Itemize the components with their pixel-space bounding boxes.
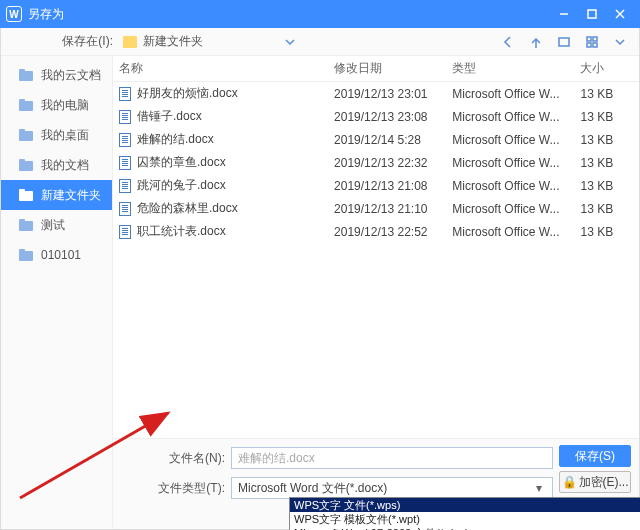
filename-input[interactable] [231,447,553,469]
doc-icon [119,87,131,101]
minimize-button[interactable] [550,0,578,28]
table-row[interactable]: 囚禁的章鱼.docx2019/12/13 22:32Microsoft Offi… [113,151,639,174]
sidebar-item-4[interactable]: 新建文件夹 [1,180,112,210]
titlebar[interactable]: W 另存为 [0,0,640,28]
save-as-dialog: W 另存为 保存在(I): 新建文件夹 我的云文档我的电脑我的桌面我的文档新建文… [0,0,640,530]
sidebar-item-3[interactable]: 我的文档 [1,150,112,180]
doc-icon [119,202,131,216]
table-row[interactable]: 好朋友的烦恼.docx2019/12/13 23:01Microsoft Off… [113,82,639,106]
svg-rect-15 [19,129,25,132]
table-row[interactable]: 职工统计表.docx2019/12/13 22:52Microsoft Offi… [113,220,639,243]
up-button[interactable] [525,32,547,52]
doc-icon [119,179,131,193]
svg-rect-23 [19,249,25,252]
maximize-button[interactable] [578,0,606,28]
svg-rect-19 [19,189,25,192]
chevron-down-icon: ▾ [532,481,546,495]
svg-rect-12 [19,101,33,111]
new-window-icon[interactable] [553,32,575,52]
back-button[interactable] [497,32,519,52]
sidebar-item-label: 010101 [41,248,81,262]
sidebar-item-5[interactable]: 测试 [1,210,112,240]
filename-label: 文件名(N): [121,450,225,467]
app-logo-icon: W [6,6,22,22]
svg-rect-9 [593,43,597,47]
svg-rect-20 [19,221,33,231]
docs-icon [19,159,33,171]
svg-rect-17 [19,159,25,162]
filetype-option[interactable]: Microsoft Word 97-2003 文件(*.doc) [290,526,640,530]
col-date[interactable]: 修改日期 [328,56,446,82]
folder-icon [19,189,33,201]
places-sidebar: 我的云文档我的电脑我的桌面我的文档新建文件夹测试010101 [1,56,113,529]
sidebar-item-label: 我的文档 [41,157,89,174]
svg-rect-22 [19,251,33,261]
col-type[interactable]: 类型 [446,56,574,82]
table-row[interactable]: 借锤子.docx2019/12/13 23:08Microsoft Office… [113,105,639,128]
sidebar-item-label: 新建文件夹 [41,187,101,204]
sidebar-item-0[interactable]: 我的云文档 [1,60,112,90]
file-list[interactable]: 名称 修改日期 类型 大小 好朋友的烦恼.docx2019/12/13 23:0… [113,56,639,438]
col-size[interactable]: 大小 [574,56,639,82]
current-folder-name: 新建文件夹 [143,33,273,50]
table-row[interactable]: 跳河的兔子.docx2019/12/13 21:08Microsoft Offi… [113,174,639,197]
filetype-option[interactable]: WPS文字 文件(*.wps) [290,498,640,512]
doc-icon [119,225,131,239]
table-row[interactable]: 难解的结.docx2019/12/14 5:28Microsoft Office… [113,128,639,151]
filetype-dropdown-list[interactable]: WPS文字 文件(*.wps)WPS文字 模板文件(*.wpt)Microsof… [289,497,640,530]
window-title: 另存为 [28,6,64,23]
filetype-value: Microsoft Word 文件(*.docx) [238,480,387,497]
encrypt-button[interactable]: 🔒加密(E)... [559,471,631,493]
table-row[interactable]: 危险的森林里.docx2019/12/13 21:10Microsoft Off… [113,197,639,220]
col-name[interactable]: 名称 [113,56,328,82]
svg-rect-18 [19,191,33,201]
svg-rect-5 [559,38,569,46]
sidebar-item-1[interactable]: 我的电脑 [1,90,112,120]
folder-icon [123,36,137,48]
form-area: 文件名(N): 文件类型(T): Microsoft Word 文件(*.doc… [113,438,639,529]
folder-icon [19,219,33,231]
lock-icon: 🔒 [562,475,577,489]
svg-rect-7 [593,37,597,41]
close-button[interactable] [606,0,634,28]
doc-icon [119,156,131,170]
svg-rect-10 [19,71,33,81]
folder-icon [19,249,33,261]
filetype-label: 文件类型(T): [121,480,225,497]
sidebar-item-6[interactable]: 010101 [1,240,112,270]
svg-rect-8 [587,43,591,47]
view-dropdown-icon[interactable] [609,32,631,52]
location-label: 保存在(I): [9,33,113,50]
pc-icon [19,99,33,111]
sidebar-item-2[interactable]: 我的桌面 [1,120,112,150]
svg-rect-11 [19,69,25,72]
cloud-icon [19,69,33,81]
folder-dropdown-icon[interactable] [279,32,301,52]
svg-rect-1 [588,10,596,18]
location-toolbar: 保存在(I): 新建文件夹 [1,28,639,56]
dialog-body: 保存在(I): 新建文件夹 我的云文档我的电脑我的桌面我的文档新建文件夹测试01… [0,28,640,530]
doc-icon [119,110,131,124]
sidebar-item-label: 我的电脑 [41,97,89,114]
filetype-option[interactable]: WPS文字 模板文件(*.wpt) [290,512,640,526]
svg-rect-16 [19,161,33,171]
desktop-icon [19,129,33,141]
sidebar-item-label: 我的桌面 [41,127,89,144]
svg-rect-14 [19,131,33,141]
svg-rect-13 [19,99,25,102]
sidebar-item-label: 测试 [41,217,65,234]
svg-rect-21 [19,219,25,222]
doc-icon [119,133,131,147]
svg-rect-6 [587,37,591,41]
view-menu-icon[interactable] [581,32,603,52]
sidebar-item-label: 我的云文档 [41,67,101,84]
save-button[interactable]: 保存(S) [559,445,631,467]
filetype-combobox[interactable]: Microsoft Word 文件(*.docx) ▾ [231,477,553,499]
